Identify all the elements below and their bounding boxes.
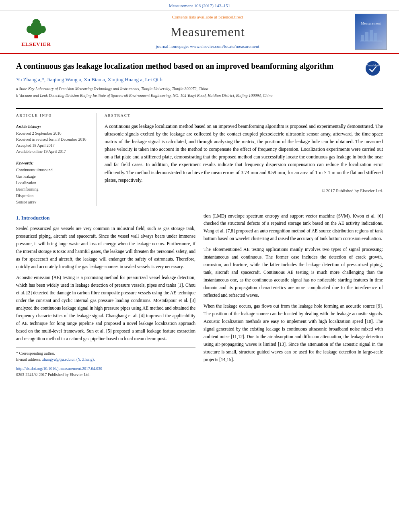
article-title-section: A continuous gas leakage localization me… xyxy=(16,60,383,103)
abstract-column: ABSTRACT A continuous gas leakage locali… xyxy=(105,113,383,206)
keyword-4: Dispersion xyxy=(16,193,90,199)
body-columns: 1. Introduction Sealed pressurized gas v… xyxy=(16,212,383,378)
affiliation-a: a State Key Laboratory of Precision Meas… xyxy=(16,86,355,92)
keyword-2: Localization xyxy=(16,180,90,186)
keyword-5: Sensor array xyxy=(16,199,90,205)
doi-link[interactable]: http://dx.doi.org/10.1016/j.measurement.… xyxy=(16,366,195,372)
article-info-label: ARTICLE INFO xyxy=(16,113,90,120)
svg-point-11 xyxy=(366,61,380,76)
abstract-text: A continuous gas leakage localization me… xyxy=(105,123,383,185)
article-title-block: A continuous gas leakage localization me… xyxy=(16,60,355,100)
right-para-3: When the leakage occurs, gas flows out f… xyxy=(204,302,383,364)
right-para-2: The aforementioned AE testing applicatio… xyxy=(204,246,383,299)
crossmark-section: CrossMark xyxy=(363,60,383,76)
svg-point-5 xyxy=(40,26,46,33)
journal-cover-image: Measurement xyxy=(355,14,387,50)
journal-reference-bar: Measurement 106 (2017) 143–151 xyxy=(0,0,399,10)
header-banner: ELSEVIER Contents lists available at Sci… xyxy=(0,10,399,54)
journal-cover-section: Measurement xyxy=(351,14,391,50)
svg-rect-8 xyxy=(370,30,373,41)
svg-point-3 xyxy=(33,19,40,25)
svg-text:CrossMark: CrossMark xyxy=(366,64,380,67)
email-address[interactable]: zhangyu@tju.edu.cn (Y. Zhang). xyxy=(42,357,95,362)
elsevier-wordmark: ELSEVIER xyxy=(21,40,51,48)
footnote-section: * Corresponding author. E-mail address: … xyxy=(16,347,195,362)
keywords-list: Continuous ultrasound Gas leakage Locali… xyxy=(16,167,90,205)
article-history-label: Article history: xyxy=(16,123,90,129)
header-center-section: Contents lists available at ScienceDirec… xyxy=(64,14,351,49)
issn-text: 0263-2241/© 2017 Published by Elsevier L… xyxy=(16,372,195,378)
history-item-2: Accepted 18 April 2017 xyxy=(16,143,90,148)
keywords-label: Keywords: xyxy=(16,160,90,166)
history-item-3: Available online 19 April 2017 xyxy=(16,149,90,154)
svg-rect-7 xyxy=(365,32,368,41)
article-info-column: ARTICLE INFO Article history: Received 2… xyxy=(16,113,97,206)
introduction-heading: 1. Introduction xyxy=(16,214,195,222)
corresponding-note: * Corresponding author. xyxy=(16,350,195,356)
svg-rect-6 xyxy=(361,35,364,41)
history-item-0: Received 2 September 2016 xyxy=(16,131,90,136)
keyword-3: Beamforming xyxy=(16,187,90,192)
article-authors: Yu Zhang a,*, Jiaqiang Wang a, Xu Bian a… xyxy=(16,76,355,84)
abstract-label: ABSTRACT xyxy=(105,113,383,120)
svg-point-4 xyxy=(27,26,33,33)
affiliation-b: b Vacuum and Leak Detecting Division Bei… xyxy=(16,92,355,99)
right-para-1: tion (LMD) envelope spectrum entropy and… xyxy=(204,212,383,243)
keyword-0: Continuous ultrasound xyxy=(16,167,90,173)
keyword-1: Gas leakage xyxy=(16,174,90,179)
cover-chart-icon xyxy=(359,27,383,43)
elsevier-tree-icon xyxy=(20,15,52,39)
abstract-footer: © 2017 Published by Elsevier Ltd. xyxy=(105,187,383,194)
journal-title-main: Measurement xyxy=(64,22,351,41)
journal-ref-text: Measurement 106 (2017) 143–151 xyxy=(169,3,230,8)
article-content: A continuous gas leakage localization me… xyxy=(0,54,399,384)
email-label: E-mail address: xyxy=(16,357,41,362)
email-note: E-mail address: zhangyu@tju.edu.cn (Y. Z… xyxy=(16,356,195,362)
sciencedirect-link[interactable]: ScienceDirect xyxy=(218,14,243,19)
info-abstract-section: ARTICLE INFO Article history: Received 2… xyxy=(16,108,383,206)
body-right-column: tion (LMD) envelope spectrum entropy and… xyxy=(204,212,383,378)
contents-label: Contents lists available at ScienceDirec… xyxy=(64,14,351,21)
svg-rect-9 xyxy=(374,33,377,41)
article-title: A continuous gas leakage localization me… xyxy=(16,60,355,72)
intro-para-2: Acoustic emission (AE) testing is a prom… xyxy=(16,274,195,343)
intro-para-1: Sealed pressurized gas vessels are very … xyxy=(16,225,195,271)
doi-section: http://dx.doi.org/10.1016/j.measurement.… xyxy=(16,366,195,378)
elsevier-logo-section: ELSEVIER xyxy=(8,15,64,48)
crossmark-icon: CrossMark xyxy=(365,60,381,76)
body-left-column: 1. Introduction Sealed pressurized gas v… xyxy=(16,212,195,378)
history-item-1: Received in revised form 3 December 2016 xyxy=(16,137,90,142)
journal-homepage: journal homepage: www.elsevier.com/locat… xyxy=(64,43,351,50)
